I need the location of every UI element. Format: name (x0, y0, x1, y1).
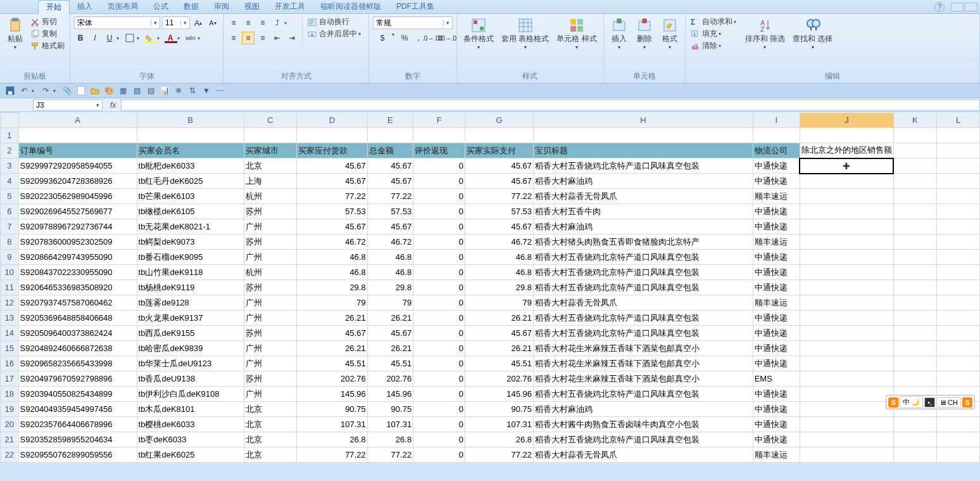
cell[interactable]: 107.31 (465, 417, 534, 432)
cell[interactable]: tb火龙果deK9137 (137, 311, 244, 326)
cell[interactable] (800, 356, 893, 371)
sort-filter-button[interactable]: AZ排序和 筛选▾ (743, 16, 788, 53)
cell[interactable]: 107.31 (297, 417, 367, 432)
ribbon-tab[interactable]: 数据 (176, 0, 206, 14)
q-cond-icon[interactable]: ▧ (132, 86, 142, 96)
cell[interactable] (800, 204, 893, 219)
cell[interactable]: 稻香大村麻油鸡 (534, 219, 753, 234)
cell[interactable]: 稻香大村五香烧鸡北京特产道口风味真空包装 (534, 158, 753, 174)
cell[interactable]: 46.72 (367, 234, 413, 250)
cell[interactable]: 北京 (244, 447, 297, 463)
cell[interactable]: 稻香大村花生米麻辣五香味下酒菜包邮真空小 (534, 356, 753, 371)
cell[interactable]: tb橄榄deK6105 (137, 204, 244, 219)
border-button[interactable] (123, 32, 136, 44)
cut-button[interactable]: 剪切 (29, 16, 66, 27)
cell[interactable] (893, 204, 936, 219)
cell[interactable]: 广州 (244, 356, 297, 371)
cell[interactable]: 29.8 (465, 280, 534, 295)
row-header[interactable]: 20 (1, 417, 19, 432)
cell[interactable]: tb枇杷deK6033 (137, 158, 244, 174)
cell[interactable]: 29.8 (367, 280, 413, 295)
cell[interactable]: S9203940550825434899 (18, 387, 137, 402)
header-cell[interactable]: 物流公司 (753, 143, 800, 158)
cell[interactable]: tb西瓜deK9155 (137, 326, 244, 341)
column-header[interactable]: F (413, 113, 465, 128)
cell[interactable]: 45.67 (297, 219, 367, 234)
cell[interactable] (800, 128, 893, 143)
cell[interactable]: 苏州 (244, 234, 297, 250)
selected-cell[interactable]: ✚ (800, 158, 893, 174)
cell[interactable]: 0 (413, 204, 465, 219)
ribbon-tab[interactable]: 插入 (70, 0, 100, 14)
row-header[interactable]: 6 (1, 204, 19, 219)
merge-center-button[interactable]: a合并后居中▾ (306, 29, 365, 39)
cell[interactable]: 57.53 (465, 204, 534, 219)
cell[interactable] (893, 432, 936, 447)
cell[interactable] (753, 128, 800, 143)
cell[interactable]: 0 (413, 158, 465, 174)
cell[interactable]: 77.22 (465, 447, 534, 463)
cell[interactable]: S9202357664406678996 (18, 417, 137, 432)
ribbon-tab[interactable]: 审阅 (206, 0, 237, 14)
cell[interactable]: 46.8 (465, 250, 534, 265)
cell[interactable]: 45.67 (297, 158, 367, 174)
cell[interactable]: 0 (413, 219, 465, 234)
delete-cells-button[interactable]: 删除▾ (633, 16, 656, 53)
cell[interactable]: 45.51 (297, 356, 367, 371)
cell[interactable]: 29.8 (297, 280, 367, 295)
column-header[interactable]: E (367, 113, 413, 128)
cell[interactable]: 0 (413, 250, 465, 265)
cell[interactable]: 稻香大村麻油鸡 (534, 174, 753, 189)
cell[interactable]: 45.67 (367, 158, 413, 174)
attach-icon[interactable]: 📎 (62, 86, 72, 96)
cell[interactable]: tb红毛丹deK6025 (137, 174, 244, 189)
insert-cells-button[interactable]: 插入▾ (608, 16, 631, 53)
cell[interactable]: 45.51 (465, 356, 534, 371)
cell[interactable]: 中通快递 (753, 219, 800, 234)
cell[interactable]: tb枣deK6033 (137, 432, 244, 447)
cell[interactable] (937, 219, 980, 234)
cell[interactable]: S9204979670592798896 (18, 371, 137, 387)
cell[interactable]: 26.21 (367, 341, 413, 356)
cell[interactable]: 顺丰速运 (753, 234, 800, 250)
cell[interactable]: 77.22 (297, 447, 367, 463)
cell[interactable]: 45.67 (465, 326, 534, 341)
font-size-combo[interactable]: ▾ (162, 16, 190, 29)
cell[interactable]: 稻香大村五香牛肉 (534, 204, 753, 219)
conditional-format-button[interactable]: 条件格式▾ (461, 16, 496, 53)
row-header[interactable]: 13 (1, 311, 19, 326)
cell[interactable] (800, 265, 893, 280)
cell[interactable] (893, 447, 936, 463)
cell[interactable] (893, 356, 936, 371)
cell[interactable] (244, 128, 297, 143)
cell[interactable] (800, 311, 893, 326)
minimize-button[interactable] (951, 3, 964, 11)
cell[interactable]: 46.8 (297, 250, 367, 265)
save-icon[interactable] (5, 86, 15, 96)
cell[interactable]: 45.67 (465, 158, 534, 174)
close-button[interactable] (965, 3, 977, 11)
accounting-format-button[interactable]: $ (373, 32, 392, 44)
cell[interactable]: tb芒果deK6103 (137, 189, 244, 204)
cell[interactable]: 0 (413, 174, 465, 189)
cell[interactable] (937, 189, 980, 204)
cell[interactable] (800, 447, 893, 463)
cell[interactable]: 0 (413, 234, 465, 250)
new-icon[interactable] (76, 86, 86, 96)
clear-button[interactable]: 清除▾ (689, 41, 740, 51)
cell[interactable] (413, 128, 465, 143)
redo-icon[interactable]: ↷ (41, 86, 51, 96)
cell[interactable]: 中通快递 (753, 174, 800, 189)
cell[interactable]: 广州 (244, 250, 297, 265)
cell[interactable]: 稻香大村五香烧鸡北京特产道口风味真空包装 (534, 432, 753, 447)
cell[interactable]: 45.67 (367, 219, 413, 234)
header-cell[interactable]: 买家城市 (244, 143, 297, 158)
ribbon-tab[interactable]: PDF工具集 (389, 0, 442, 14)
column-header[interactable]: I (753, 113, 800, 128)
cell[interactable]: 中通快递 (753, 158, 800, 174)
row-header[interactable]: 15 (1, 341, 19, 356)
row-header[interactable]: 3 (1, 158, 19, 174)
cell[interactable]: 45.67 (367, 174, 413, 189)
column-header[interactable]: K (893, 113, 936, 128)
percent-button[interactable]: % (398, 32, 411, 44)
